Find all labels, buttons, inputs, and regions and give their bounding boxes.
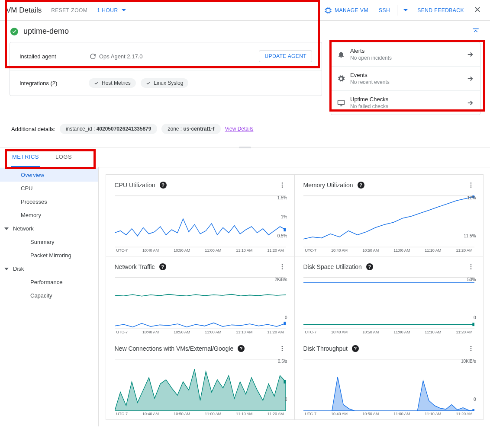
svg-point-3	[281, 184, 283, 186]
sidebar-item-performance[interactable]: Performance	[0, 275, 98, 289]
send-feedback-button[interactable]: SEND FEEDBACK	[414, 5, 467, 16]
sidebar-item-packet mirroring[interactable]: Packet Mirroring	[0, 249, 98, 262]
svg-point-22	[470, 268, 471, 269]
metrics-sidebar: OverviewCPUProcessesMemoryNetworkSummary…	[0, 167, 99, 426]
instance-header: uptime-demo	[0, 21, 490, 42]
resize-divider[interactable]	[0, 147, 490, 147]
chart-plot[interactable]: 12%11.5%	[303, 195, 474, 247]
sidebar-item-summary[interactable]: Summary	[0, 235, 98, 249]
time-range-dropdown[interactable]: 1 HOUR	[97, 6, 127, 14]
chevron-down-icon	[402, 6, 409, 14]
svg-rect-0	[326, 8, 330, 12]
chart-xaxis: UTC-710:40 AM10:50 AM11:00 AM11:10 AM11:…	[115, 412, 286, 416]
help-icon[interactable]: ?	[238, 345, 245, 352]
svg-point-32	[470, 346, 471, 347]
separator	[397, 5, 397, 16]
chart-plot[interactable]: 1.5%1%0.5%	[115, 195, 286, 247]
status-ok-icon	[10, 28, 18, 35]
agent-version: Ops Agent 2.17.0	[99, 53, 142, 60]
update-agent-button[interactable]: UPDATE AGENT	[259, 50, 312, 62]
svg-rect-25	[472, 323, 474, 326]
svg-rect-37	[472, 409, 474, 411]
help-icon[interactable]: ?	[366, 263, 373, 270]
status-row-events[interactable]: Events No recent events	[331, 67, 480, 91]
svg-rect-1	[338, 100, 345, 105]
integrations-label: Integrations (2)	[19, 80, 89, 86]
sidebar-item-memory[interactable]: Memory	[0, 208, 98, 222]
svg-point-15	[281, 266, 283, 267]
svg-point-2	[281, 182, 283, 184]
svg-rect-19	[284, 321, 286, 325]
chart-memory-utilization: Memory Utilization ? 12%11.5% UTC-710:40…	[294, 174, 484, 256]
chart-plot[interactable]: 2KiB/s0	[115, 277, 286, 329]
chart-menu-button[interactable]	[279, 263, 286, 270]
sidebar-item-overview[interactable]: Overview	[0, 168, 98, 182]
svg-point-33	[470, 348, 471, 349]
status-title: Uptime Checks	[350, 96, 461, 102]
collapse-icon	[472, 27, 480, 35]
chart-cpu-utilization: CPU Utilization ? 1.5%1%0.5% UTC-710:40 …	[106, 174, 295, 256]
refresh-icon	[89, 52, 97, 60]
sidebar-item-network[interactable]: Network	[0, 222, 98, 235]
status-title: Alerts	[350, 48, 461, 54]
sidebar-item-capacity[interactable]: Capacity	[0, 289, 98, 302]
chip-icon	[324, 6, 332, 14]
chart-xaxis: UTC-710:40 AM10:50 AM11:00 AM11:10 AM11:…	[303, 248, 474, 253]
chart-menu-button[interactable]	[467, 345, 474, 352]
status-row-alerts[interactable]: Alerts No open incidents	[331, 42, 480, 67]
chart-new-connections-with-vms-external-google: New Connections with VMs/External/Google…	[106, 338, 295, 420]
installed-agent-label: Installed agent	[19, 53, 89, 60]
chart-menu-button[interactable]	[279, 182, 286, 189]
chart-xaxis: UTC-710:40 AM10:50 AM11:00 AM11:10 AM11:…	[115, 330, 286, 334]
status-subtitle: No failed checks	[350, 103, 461, 109]
chart-disk-space-utilization: Disk Space Utilization ? 50%0 UTC-710:40…	[294, 256, 484, 338]
chart-xaxis: UTC-710:40 AM10:50 AM11:00 AM11:10 AM11:…	[303, 330, 474, 334]
tab-bar: METRICS LOGS	[0, 147, 490, 167]
close-button[interactable]	[471, 3, 484, 17]
help-icon[interactable]: ?	[352, 345, 359, 352]
svg-point-21	[470, 266, 471, 267]
chart-title: New Connections with VMs/External/Google	[115, 345, 234, 352]
status-subtitle: No recent events	[350, 79, 461, 85]
chart-menu-button[interactable]	[467, 263, 474, 270]
arrow-right-icon	[466, 99, 474, 107]
integrations-row: Integrations (2) Host Metrics Linux Sysl…	[10, 70, 322, 96]
reset-zoom-button[interactable]: RESET ZOOM	[51, 7, 87, 13]
cog-icon	[337, 75, 345, 83]
chart-plot[interactable]: 10KiB/s0	[303, 359, 474, 411]
help-icon[interactable]: ?	[358, 182, 364, 189]
chart-menu-button[interactable]	[279, 345, 286, 352]
svg-rect-7	[284, 228, 286, 231]
svg-point-16	[281, 268, 283, 269]
manage-vm-button[interactable]: MANAGE VM	[321, 4, 372, 17]
chart-network-traffic: Network Traffic ? 2KiB/s0 UTC-710:40 AM1…	[106, 256, 295, 338]
drag-handle-icon	[239, 147, 251, 148]
sidebar-item-processes[interactable]: Processes	[0, 195, 98, 208]
additional-details: Additional details: instance_id : 402050…	[0, 119, 490, 143]
help-icon[interactable]: ?	[160, 182, 167, 189]
help-icon[interactable]: ?	[159, 263, 166, 270]
svg-point-20	[470, 264, 471, 266]
chart-plot[interactable]: 50%0	[303, 277, 474, 329]
collapse-button[interactable]	[472, 27, 480, 36]
sidebar-item-cpu[interactable]: CPU	[0, 182, 98, 195]
agent-card: Installed agent Ops Agent 2.17.0 UPDATE …	[10, 42, 322, 96]
status-card: Alerts No open incidents Events No recen…	[331, 42, 480, 115]
view-details-link[interactable]: View Details	[225, 126, 254, 132]
svg-point-4	[281, 186, 283, 188]
svg-point-27	[281, 348, 283, 349]
chart-menu-button[interactable]	[467, 182, 474, 189]
send-feedback-dropdown-toggle[interactable]	[401, 4, 410, 17]
chevron-down-icon	[120, 6, 128, 14]
sidebar-item-disk[interactable]: Disk	[0, 262, 98, 275]
tab-logs[interactable]: LOGS	[55, 147, 73, 167]
svg-point-28	[281, 350, 283, 351]
svg-point-8	[470, 182, 471, 184]
status-row-uptime checks[interactable]: Uptime Checks No failed checks	[331, 91, 480, 115]
tab-metrics[interactable]: METRICS	[11, 147, 40, 167]
chart-title: Disk Throughput	[303, 345, 348, 352]
ssh-button[interactable]: SSH	[375, 5, 393, 16]
detail-chip: zone : us-central1-f	[161, 124, 220, 134]
status-subtitle: No open incidents	[350, 55, 461, 61]
chart-plot[interactable]: 0.5/s0	[115, 359, 286, 411]
